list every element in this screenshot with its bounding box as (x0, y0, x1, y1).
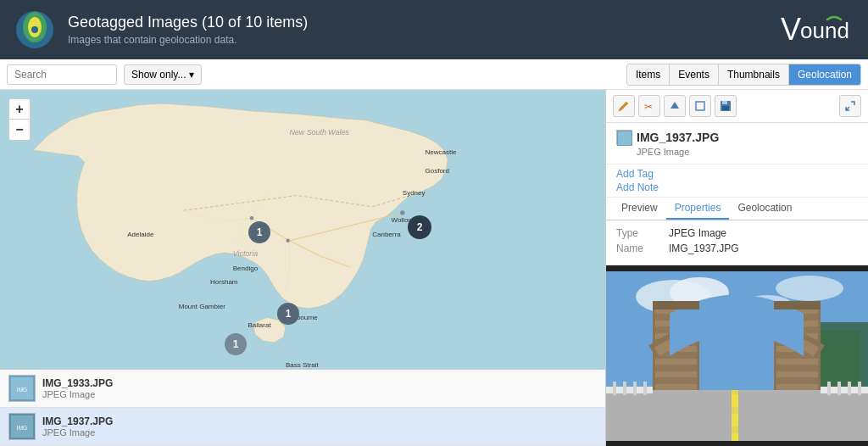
header-title-area: Geotagged Images (10 of 10 items) Images… (68, 14, 308, 46)
svg-text:ound: ound (800, 18, 849, 43)
svg-text:New South Wales: New South Wales (289, 128, 349, 137)
svg-rect-35 (618, 131, 632, 145)
svg-rect-62 (732, 414, 738, 426)
svg-point-3 (31, 26, 38, 33)
svg-rect-70 (827, 382, 831, 395)
map-marker-1[interactable]: 1 (248, 221, 270, 243)
svg-rect-67 (623, 382, 626, 395)
page-title: Geotagged Images (10 of 10 items) (68, 14, 308, 31)
search-input[interactable] (7, 64, 117, 85)
svg-point-8 (286, 239, 289, 243)
svg-rect-66 (613, 382, 616, 395)
expand-button[interactable] (839, 95, 861, 117)
image-list: IMG IMG_1933.JPG JPEG Image IMG (0, 369, 605, 446)
svg-rect-72 (848, 382, 851, 395)
right-panel: ✂ IM (606, 90, 868, 446)
preview-image-area (606, 265, 868, 446)
svg-text:✂: ✂ (644, 101, 653, 112)
map-area[interactable]: + − (0, 90, 605, 369)
item-type: JPEG Image (42, 389, 113, 399)
prop-type-label: Type (616, 227, 659, 239)
svg-rect-30 (696, 102, 704, 110)
zoom-in-button[interactable]: + (9, 99, 30, 120)
brand-logo: V ound (781, 12, 851, 47)
page-subtitle: Images that contain geolocation data. (68, 34, 308, 46)
item-name: IMG_1933.JPG (42, 377, 113, 389)
svg-rect-74 (653, 301, 699, 309)
left-panel: + − (0, 90, 606, 446)
detail-tabs: Preview Properties Geolocation (606, 198, 868, 220)
tab-thumbnails[interactable]: Thumbnails (719, 64, 789, 85)
svg-rect-32 (722, 101, 727, 104)
properties-area: Type JPEG Image Name IMG_1937.JPG (606, 220, 868, 265)
item-info: IMG_1933.JPG JPEG Image (42, 377, 113, 399)
add-note-link[interactable]: Add Note (616, 181, 858, 193)
view-tabs: Items Events Thumbnails Geolocation (626, 64, 861, 86)
zoom-out-button[interactable]: − (9, 120, 30, 140)
tab-items[interactable]: Items (627, 64, 670, 85)
property-row: Name IMG_1937.JPG (616, 243, 858, 254)
svg-rect-71 (837, 382, 841, 395)
file-icon (616, 130, 632, 145)
list-item[interactable]: IMG IMG_1933.JPG JPEG Image (0, 370, 605, 408)
show-only-button[interactable]: Show only... ▾ (124, 64, 202, 85)
svg-text:Sydney: Sydney (403, 189, 426, 197)
svg-rect-61 (732, 394, 738, 407)
svg-rect-57 (776, 365, 818, 371)
file-name: IMG_1937.JPG (637, 131, 719, 144)
svg-point-7 (250, 216, 253, 220)
tab-properties[interactable]: Properties (666, 198, 730, 220)
svg-rect-68 (633, 382, 637, 395)
svg-rect-63 (732, 433, 738, 441)
svg-text:Mount Gambier: Mount Gambier (179, 303, 225, 310)
svg-point-39 (776, 276, 843, 301)
prop-name-label: Name (616, 243, 659, 254)
map-marker-2[interactable]: 2 (408, 215, 431, 239)
property-row: Type JPEG Image (616, 227, 858, 239)
app-header: Geotagged Images (10 of 10 items) Images… (0, 0, 868, 59)
prop-name-value: IMG_1937.JPG (669, 243, 739, 254)
svg-text:Horsham: Horsham (210, 278, 238, 286)
right-toolbar: ✂ (606, 90, 868, 123)
main-toolbar: Show only... ▾ Items Events Thumbnails G… (0, 59, 868, 90)
map-svg: Adelaide Horsham Bendigo Ballarat Mount … (0, 90, 605, 369)
file-header: IMG_1937.JPG (616, 130, 858, 145)
prop-type-value: JPEG Image (669, 227, 726, 239)
svg-text:Gosford: Gosford (425, 167, 448, 175)
app-logo (14, 8, 56, 51)
svg-rect-51 (655, 365, 697, 371)
select-button[interactable] (689, 95, 711, 117)
save-button[interactable] (715, 95, 737, 117)
map-zoom-controls: + − (8, 98, 31, 141)
svg-rect-33 (722, 106, 729, 110)
svg-rect-73 (858, 382, 861, 395)
scissors-button[interactable]: ✂ (638, 95, 660, 117)
svg-text:Newcastle: Newcastle (425, 148, 456, 156)
svg-text:IMG: IMG (17, 425, 27, 431)
add-tag-link[interactable]: Add Tag (616, 168, 858, 180)
svg-rect-58 (776, 377, 818, 384)
file-info: IMG_1937.JPG JPEG Image (606, 123, 868, 164)
svg-text:Ballarat: Ballarat (248, 321, 272, 329)
tab-geolocation[interactable]: Geolocation (789, 64, 860, 85)
item-info: IMG_1937.JPG JPEG Image (42, 415, 113, 438)
svg-text:Victoria: Victoria (233, 249, 258, 258)
svg-text:Adelaide: Adelaide (127, 231, 154, 238)
up-button[interactable] (664, 95, 686, 117)
map-marker-3[interactable]: 1 (277, 303, 299, 325)
svg-text:Bendigo: Bendigo (233, 265, 259, 272)
svg-text:Bass Strait: Bass Strait (286, 361, 319, 369)
pencil-button[interactable] (613, 95, 635, 117)
svg-text:IMG: IMG (17, 387, 27, 393)
action-links: Add Tag Add Note (606, 164, 868, 198)
file-type: JPEG Image (637, 147, 858, 157)
tab-geolocation-detail[interactable]: Geolocation (729, 198, 800, 220)
bridge-preview-svg (606, 271, 868, 441)
svg-rect-52 (655, 377, 697, 384)
tab-events[interactable]: Events (670, 64, 719, 85)
item-name: IMG_1937.JPG (42, 415, 113, 427)
tab-preview[interactable]: Preview (613, 198, 666, 220)
list-item[interactable]: IMG IMG_1937.JPG JPEG Image (0, 408, 605, 446)
map-marker-4[interactable]: 1 (225, 333, 247, 355)
item-type: JPEG Image (42, 427, 113, 438)
